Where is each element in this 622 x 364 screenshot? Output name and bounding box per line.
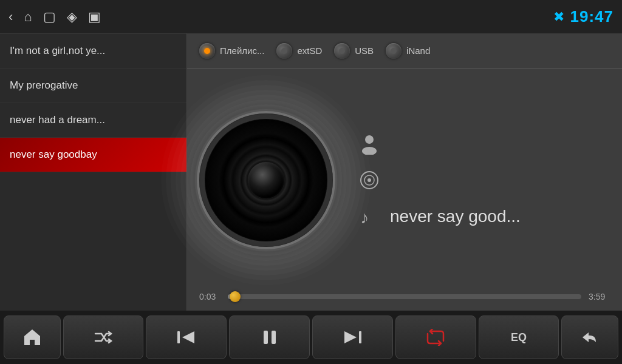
- bluetooth-icon: ✖: [553, 9, 564, 25]
- playlist-item-2[interactable]: My prerogative: [0, 69, 186, 103]
- player-panel: Плейлис... extSD USB iNand: [187, 33, 622, 311]
- source-radio-extsd: [276, 43, 292, 59]
- svg-rect-6: [177, 331, 180, 343]
- svg-rect-9: [272, 331, 276, 344]
- repeat-button[interactable]: [395, 315, 476, 359]
- eq-label: EQ: [511, 331, 527, 344]
- playlist-item-1[interactable]: I'm not a girl,not ye...: [0, 33, 186, 69]
- playlist-item-4[interactable]: never say goodbay: [0, 138, 186, 172]
- progress-thumb[interactable]: [230, 291, 241, 302]
- next-button[interactable]: [312, 315, 393, 359]
- svg-marker-11: [344, 331, 357, 343]
- svg-point-0: [365, 135, 374, 144]
- svg-point-1: [362, 147, 377, 155]
- vinyl-inner: [248, 162, 284, 198]
- source-tab-playlist[interactable]: Плейлис...: [199, 43, 264, 59]
- source-label-usb: USB: [355, 46, 374, 56]
- home-button[interactable]: [4, 315, 61, 359]
- source-tab-usb[interactable]: USB: [334, 43, 374, 59]
- source-label-inand: iNand: [406, 46, 430, 56]
- music-note-icon: ♪: [357, 204, 381, 229]
- source-tab-inand[interactable]: iNand: [386, 43, 430, 59]
- square-nav-icon[interactable]: ▢: [43, 9, 56, 25]
- source-label-playlist: Плейлис...: [220, 46, 264, 56]
- current-time: 0:03: [199, 292, 220, 302]
- source-tabs: Плейлис... extSD USB iNand: [187, 33, 622, 69]
- back-nav-icon[interactable]: ‹: [9, 9, 13, 25]
- playlist-item-3[interactable]: never had a dream...: [0, 103, 186, 138]
- vinyl-disc: [199, 113, 333, 247]
- home-nav-icon[interactable]: ⌂: [24, 9, 32, 25]
- source-radio-inand: [386, 43, 402, 59]
- prev-button[interactable]: [146, 315, 227, 359]
- svg-rect-10: [359, 331, 361, 343]
- total-time: 3:59: [589, 292, 610, 302]
- main-content: I'm not a girl,not ye... My prerogative …: [0, 33, 622, 311]
- status-bar: ‹ ⌂ ▢ ◈ ▣ ✖ 19:47: [0, 0, 622, 33]
- shield-nav-icon[interactable]: ◈: [67, 9, 77, 25]
- album-row: [357, 168, 381, 192]
- progress-section: 0:03 3:59: [187, 292, 622, 311]
- bottom-toolbar: EQ: [0, 311, 622, 364]
- back-button[interactable]: [561, 315, 618, 359]
- image-nav-icon[interactable]: ▣: [88, 9, 101, 25]
- svg-text:♪: ♪: [360, 208, 369, 227]
- title-row: ♪ never say good...: [357, 204, 521, 229]
- svg-point-4: [367, 178, 371, 182]
- vinyl-container: [199, 113, 333, 247]
- source-radio-usb: [334, 43, 350, 59]
- svg-rect-8: [264, 331, 268, 344]
- nav-icons: ‹ ⌂ ▢ ◈ ▣: [9, 9, 101, 25]
- source-label-extsd: extSD: [297, 46, 322, 56]
- artist-row: [357, 132, 381, 156]
- artist-icon: [357, 132, 381, 156]
- svg-marker-7: [182, 331, 194, 343]
- progress-track[interactable]: [228, 294, 581, 299]
- shuffle-button[interactable]: [63, 315, 144, 359]
- disc-icon: [357, 168, 381, 192]
- playlist-panel: I'm not a girl,not ye... My prerogative …: [0, 33, 187, 311]
- player-main: ♪ never say good...: [187, 69, 622, 292]
- track-title: never say good...: [390, 207, 521, 226]
- source-tab-extsd[interactable]: extSD: [276, 43, 322, 59]
- status-right: ✖ 19:47: [553, 7, 614, 26]
- source-radio-playlist: [199, 43, 215, 59]
- time-display: 19:47: [570, 7, 614, 26]
- pause-button[interactable]: [229, 315, 310, 359]
- eq-button[interactable]: EQ: [479, 315, 559, 359]
- track-info: ♪ never say good...: [351, 132, 610, 229]
